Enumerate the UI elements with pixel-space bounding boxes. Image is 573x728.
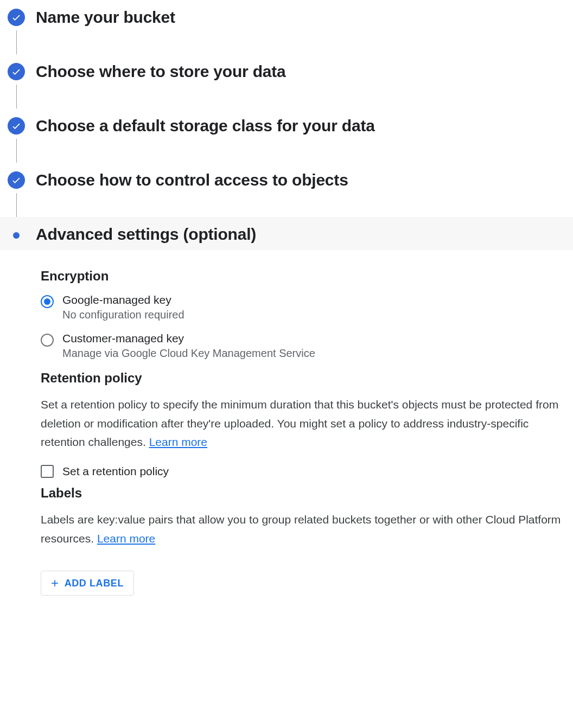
step-connector <box>16 193 17 217</box>
active-dot-icon <box>13 232 20 239</box>
step-advanced-settings[interactable]: Advanced settings (optional) <box>0 217 573 250</box>
step-title: Choose where to store your data <box>27 60 286 82</box>
labels-learn-more-link[interactable]: Learn more <box>97 532 155 545</box>
step-title: Name your bucket <box>27 5 175 28</box>
labels-heading: Labels <box>41 486 562 501</box>
radio-label: Google-managed key <box>62 293 184 306</box>
encryption-heading: Encryption <box>41 269 562 284</box>
checkbox-icon <box>41 465 54 478</box>
radio-label: Customer-managed key <box>62 332 315 345</box>
checkbox-label: Set a retention policy <box>62 465 169 478</box>
retention-learn-more-link[interactable]: Learn more <box>149 436 207 448</box>
step-name-bucket[interactable]: Name your bucket <box>0 0 573 54</box>
step-title: Choose how to control access to objects <box>27 168 348 190</box>
check-icon <box>8 117 25 135</box>
check-icon <box>8 9 25 26</box>
retention-description: Set a retention policy to specify the mi… <box>41 395 562 452</box>
encryption-radio-group: Google-managed key No configuration requ… <box>41 293 562 360</box>
labels-description: Labels are key:value pairs that allow yo… <box>41 510 562 548</box>
retention-heading: Retention policy <box>41 371 562 386</box>
radio-icon <box>41 295 54 308</box>
add-label-button-text: ADD LABEL <box>65 578 124 589</box>
step-storage-class[interactable]: Choose a default storage class for your … <box>0 108 573 163</box>
plus-icon: + <box>51 577 59 590</box>
check-icon <box>8 171 25 189</box>
radio-sublabel: Manage via Google Cloud Key Management S… <box>62 347 315 360</box>
step-connector <box>16 85 17 108</box>
retention-checkbox-row[interactable]: Set a retention policy <box>41 465 562 478</box>
radio-icon <box>41 334 54 347</box>
add-label-button[interactable]: + ADD LABEL <box>41 571 134 596</box>
check-icon <box>8 63 25 80</box>
radio-sublabel: No configuration required <box>62 309 184 321</box>
step-store-data[interactable]: Choose where to store your data <box>0 54 573 108</box>
radio-google-managed-key[interactable]: Google-managed key No configuration requ… <box>41 293 562 321</box>
step-connector <box>16 30 17 54</box>
step-connector <box>16 139 17 163</box>
step-title: Advanced settings (optional) <box>27 222 256 245</box>
step-title: Choose a default storage class for your … <box>27 114 375 136</box>
radio-customer-managed-key[interactable]: Customer-managed key Manage via Google C… <box>41 332 562 360</box>
step-control-access[interactable]: Choose how to control access to objects <box>0 163 573 217</box>
